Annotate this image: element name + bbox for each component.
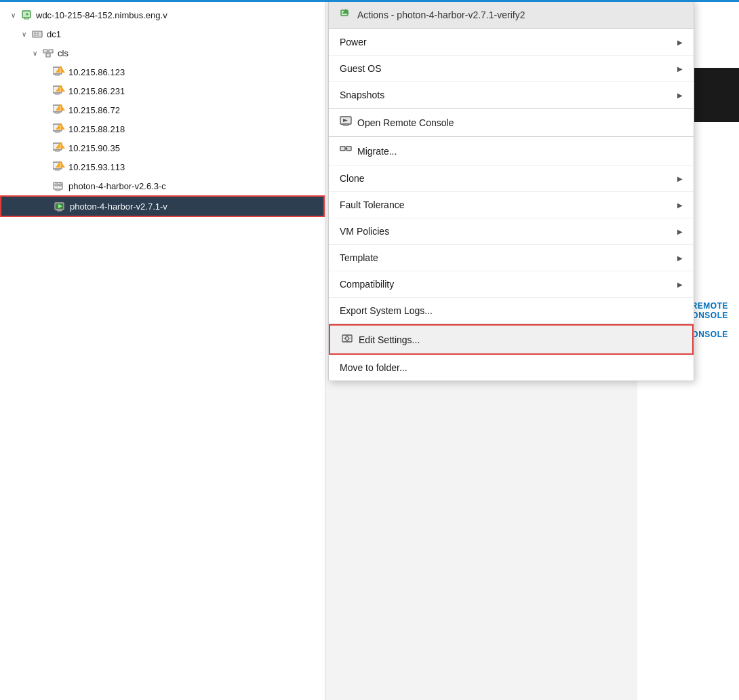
toggle-vcenter[interactable]: ∨ bbox=[11, 12, 20, 19]
menu-item-snapshots[interactable]: Snapshots bbox=[329, 82, 694, 109]
tree-item-vcenter[interactable]: ∨ wdc-10-215-84-152.nimbus.eng.v bbox=[0, 5, 325, 24]
vm-warn-icon-2: ! bbox=[53, 104, 65, 116]
vm-warn-icon-3: ! bbox=[53, 123, 65, 135]
menu-item-edit-settings[interactable]: Edit Settings... bbox=[329, 324, 694, 355]
monitor-icon bbox=[340, 116, 352, 129]
cls-label: cls bbox=[58, 48, 68, 58]
menu-item-guest-os[interactable]: Guest OS bbox=[329, 56, 694, 82]
remote-console-label: Open Remote Console bbox=[357, 117, 454, 128]
vm-warn-icon-5: ! bbox=[53, 161, 65, 173]
svg-text:!: ! bbox=[60, 125, 61, 130]
menu-item-fault-tolerance[interactable]: Fault Tolerance bbox=[329, 192, 694, 218]
export-logs-label: Export System Logs... bbox=[340, 305, 683, 316]
menu-item-vm-policies[interactable]: VM Policies bbox=[329, 218, 694, 245]
vm-label-1: 10.215.86.231 bbox=[68, 86, 125, 96]
clone-label: Clone bbox=[340, 173, 677, 184]
svg-rect-47 bbox=[340, 147, 345, 151]
context-menu: Actions - photon-4-harbor-v2.7.1-verify2… bbox=[328, 0, 694, 381]
menu-item-clone[interactable]: Clone bbox=[329, 166, 694, 192]
actions-icon bbox=[340, 7, 352, 22]
menu-item-remote-console[interactable]: Open Remote Console bbox=[329, 109, 694, 137]
vm-template-icon-6 bbox=[53, 180, 65, 192]
top-loading-bar bbox=[0, 0, 739, 2]
fault-tolerance-label: Fault Tolerance bbox=[340, 199, 677, 210]
svg-rect-36 bbox=[56, 189, 60, 191]
svg-rect-20 bbox=[55, 112, 60, 113]
svg-rect-32 bbox=[55, 169, 60, 170]
tree-item-vm-2[interactable]: ∨ ! 10.215.86.72 bbox=[0, 100, 325, 119]
tree-item-vm-3[interactable]: ∨ ! 10.215.88.218 bbox=[0, 119, 325, 138]
vm-label-5: 10.215.93.113 bbox=[68, 162, 125, 172]
tree-item-vm-6[interactable]: ∨ photon-4-harbor-v2.6.3-c bbox=[0, 176, 325, 195]
svg-rect-5 bbox=[37, 35, 39, 36]
tree-item-cls[interactable]: ∨ cls bbox=[0, 43, 325, 62]
snapshots-label: Snapshots bbox=[340, 90, 677, 100]
vm-warn-icon-1: ! bbox=[53, 85, 65, 97]
cluster-icon bbox=[42, 47, 54, 59]
vm-label-2: 10.215.86.72 bbox=[68, 105, 120, 115]
vm-warn-icon-0: ! bbox=[53, 66, 65, 78]
power-label: Power bbox=[340, 37, 677, 47]
template-label: Template bbox=[340, 252, 677, 263]
compatibility-label: Compatibility bbox=[340, 279, 677, 290]
context-menu-title: Actions - photon-4-harbor-v2.7.1-verify2 bbox=[357, 9, 525, 20]
svg-rect-7 bbox=[49, 50, 53, 53]
dc1-label: dc1 bbox=[47, 29, 61, 39]
vm-running-icon-7 bbox=[54, 200, 66, 212]
migrate-icon bbox=[340, 144, 352, 157]
tree-item-vm-1[interactable]: ∨ ! 10.215.86.231 bbox=[0, 81, 325, 100]
tree-item-dc1[interactable]: ∨ dc1 bbox=[0, 24, 325, 43]
svg-rect-8 bbox=[46, 54, 50, 57]
svg-rect-40 bbox=[57, 210, 62, 211]
toggle-cls[interactable]: ∨ bbox=[33, 50, 42, 57]
tree-item-vm-7[interactable]: ∨ photon-4-harbor-v2.7.1-v bbox=[0, 195, 325, 217]
svg-rect-3 bbox=[37, 33, 39, 34]
move-folder-label: Move to folder... bbox=[340, 362, 683, 373]
vcenter-icon bbox=[20, 9, 33, 21]
toggle-dc1[interactable]: ∨ bbox=[22, 31, 31, 38]
vcenter-label: wdc-10-215-84-152.nimbus.eng.v bbox=[36, 10, 167, 20]
svg-text:!: ! bbox=[60, 87, 61, 92]
svg-rect-24 bbox=[55, 131, 60, 132]
svg-text:!: ! bbox=[60, 68, 61, 73]
guest-os-label: Guest OS bbox=[340, 63, 677, 74]
svg-text:!: ! bbox=[60, 106, 61, 111]
menu-item-compatibility[interactable]: Compatibility bbox=[329, 271, 694, 298]
svg-rect-4 bbox=[34, 35, 36, 36]
tree-item-vm-5[interactable]: ∨ ! 10.215.93.113 bbox=[0, 157, 325, 176]
datacenter-icon bbox=[31, 28, 43, 40]
svg-rect-16 bbox=[55, 93, 60, 94]
svg-rect-37 bbox=[55, 184, 58, 186]
tree-item-vm-0[interactable]: ∨ ! 10.215.86.123 bbox=[0, 62, 325, 81]
settings-icon bbox=[341, 333, 353, 346]
context-menu-header: Actions - photon-4-harbor-v2.7.1-verify2 bbox=[329, 1, 694, 29]
svg-rect-2 bbox=[34, 33, 36, 34]
svg-rect-28 bbox=[55, 150, 60, 151]
menu-item-template[interactable]: Template bbox=[329, 245, 694, 271]
sidebar-tree: ∨ wdc-10-215-84-152.nimbus.eng.v ∨ dc1 ∨ bbox=[0, 0, 325, 700]
menu-item-move-folder[interactable]: Move to folder... bbox=[329, 355, 694, 381]
menu-item-power[interactable]: Power bbox=[329, 29, 694, 56]
svg-rect-38 bbox=[59, 184, 62, 186]
svg-rect-45 bbox=[343, 124, 348, 125]
vm-policies-label: VM Policies bbox=[340, 226, 677, 237]
vm-label-0: 10.215.86.123 bbox=[68, 67, 125, 77]
migrate-label: Migrate... bbox=[357, 146, 397, 157]
vm-label-3: 10.215.88.218 bbox=[68, 124, 125, 134]
vm-label-4: 10.215.90.35 bbox=[68, 143, 120, 153]
vm-label-6: photon-4-harbor-v2.6.3-c bbox=[68, 181, 166, 191]
svg-text:!: ! bbox=[60, 144, 61, 149]
svg-rect-12 bbox=[55, 74, 60, 75]
svg-text:!: ! bbox=[60, 163, 61, 168]
vm-warn-icon-4: ! bbox=[53, 142, 65, 154]
menu-item-migrate[interactable]: Migrate... bbox=[329, 137, 694, 166]
tree-item-vm-4[interactable]: ∨ ! 10.215.90.35 bbox=[0, 138, 325, 157]
edit-settings-label: Edit Settings... bbox=[359, 334, 420, 345]
menu-item-export-logs[interactable]: Export System Logs... bbox=[329, 298, 694, 324]
vm-label-7: photon-4-harbor-v2.7.1-v bbox=[70, 201, 167, 212]
svg-rect-1 bbox=[33, 31, 42, 37]
